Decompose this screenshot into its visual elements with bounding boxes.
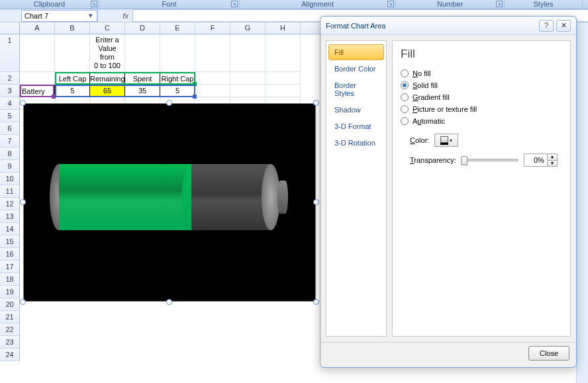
cell-F2[interactable] [195,72,230,85]
row-9[interactable]: 9 [0,160,20,173]
row-1[interactable]: 1 [0,34,20,72]
option-automatic[interactable]: Automatic [401,115,562,127]
dialog-titlebar[interactable]: Format Chart Area ? ✕ [320,17,576,35]
scrollbar-vertical[interactable] [576,22,588,383]
color-picker-button[interactable]: ▾ [434,134,458,147]
option-no-fill[interactable]: No fill [401,67,562,79]
chart-object[interactable] [23,103,316,302]
cell-G1[interactable] [230,34,266,72]
cell-A2[interactable] [20,72,55,85]
cell-E3[interactable]: 5 [160,85,195,97]
cell-D3[interactable]: 35 [125,85,160,97]
row-21[interactable]: 21 [0,311,20,323]
cell-C3[interactable]: 65 [90,85,125,97]
cell-D2[interactable]: Spent [125,72,160,85]
cell-H3[interactable] [266,85,301,97]
col-F[interactable]: F [195,22,230,34]
cell-B2[interactable]: Left Cap [55,72,90,85]
cell-C1[interactable]: Enter a Value from 0 to 100 [90,34,125,72]
row-8[interactable]: 8 [0,148,20,160]
col-B[interactable]: B [55,22,90,34]
nav-3d-rotation[interactable]: 3-D Rotation [328,135,384,151]
option-solid-fill[interactable]: Solid fill [401,79,562,91]
dialog-launcher-icon[interactable]: ↘ [91,1,97,7]
col-D[interactable]: D [125,22,160,34]
nav-border-styles[interactable]: Border Styles [328,77,384,101]
col-G[interactable]: G [230,22,266,34]
transparency-label: Transparency: [410,156,456,164]
cell-H2[interactable] [266,72,301,85]
name-box[interactable]: Chart 7 ▾ [21,10,97,22]
spin-down-icon[interactable]: ▼ [547,160,557,166]
cell-B3[interactable]: 5 [55,85,90,97]
resize-handle-sw[interactable] [20,299,26,305]
row-17[interactable]: 17 [0,261,20,273]
row-16[interactable]: 16 [0,248,20,261]
transparency-input[interactable] [524,154,547,166]
resize-handle-s[interactable] [166,299,172,305]
nav-fill[interactable]: Fill [328,44,384,60]
chevron-down-icon[interactable]: ▾ [87,11,94,20]
transparency-slider[interactable] [462,159,518,161]
dialog-launcher-icon[interactable]: ↘ [231,1,238,7]
row-14[interactable]: 14 [0,223,20,235]
row-19[interactable]: 19 [0,286,20,298]
row-4[interactable]: 4 [0,97,20,110]
col-C[interactable]: C [90,22,125,34]
row-15[interactable]: 15 [0,235,20,248]
row-headers: 1 2 3 4 5 6 7 8 9 10 11 12 13 14 15 16 1… [0,34,20,361]
resize-handle-e[interactable] [313,199,319,205]
cell-F1[interactable] [195,34,230,72]
row-23[interactable]: 23 [0,336,20,349]
row-10[interactable]: 10 [0,173,20,185]
row-2[interactable]: 2 [0,72,20,85]
col-E[interactable]: E [160,22,195,34]
row-3[interactable]: 3 [0,85,20,97]
row-11[interactable]: 11 [0,185,20,198]
cell-A3[interactable]: Battery [20,85,55,97]
nav-shadow[interactable]: Shadow [328,102,384,118]
cell-B1[interactable] [55,34,90,72]
col-H[interactable]: H [266,22,301,34]
cell-F3[interactable] [195,85,230,97]
row-18[interactable]: 18 [0,273,20,286]
cell-D1[interactable] [125,34,160,72]
help-button[interactable]: ? [539,20,554,32]
row-5[interactable]: 5 [0,110,20,122]
cell-G2[interactable] [230,72,266,85]
row-22[interactable]: 22 [0,323,20,336]
resize-handle-ne[interactable] [313,100,319,106]
dialog-launcher-icon[interactable]: ↘ [496,1,503,7]
row-12[interactable]: 12 [0,198,20,210]
col-A[interactable]: A [20,22,55,34]
nav-border-color[interactable]: Border Color [328,61,384,77]
nav-3d-format[interactable]: 3-D Format [328,118,384,134]
cell-H1[interactable] [266,34,301,72]
option-gradient-fill[interactable]: Gradient fill [401,91,562,103]
resize-handle-w[interactable] [20,199,26,205]
pane-title: Fill [401,48,562,61]
cell-E1[interactable] [160,34,195,72]
close-button[interactable]: Close [528,346,569,361]
transparency-spinner[interactable]: ▲▼ [524,153,558,167]
cell-C2[interactable]: Remaining [90,72,125,85]
select-all-corner[interactable] [0,22,20,34]
dialog-launcher-icon[interactable]: ↘ [387,1,394,7]
fx-label[interactable]: fx [98,9,132,22]
close-icon[interactable]: ✕ [556,20,571,32]
option-picture-fill[interactable]: Picture or texture fill [401,103,562,115]
cell-E2[interactable]: Right Cap [160,72,195,85]
cell-A1[interactable] [20,34,55,72]
resize-handle-se[interactable] [313,299,319,305]
resize-handle-nw[interactable] [20,100,26,106]
slider-thumb[interactable] [461,156,467,165]
row-13[interactable]: 13 [0,210,20,223]
spin-up-icon[interactable]: ▲ [547,154,557,160]
row-7[interactable]: 7 [0,135,20,148]
resize-handle-n[interactable] [166,100,172,106]
row-6[interactable]: 6 [0,122,20,135]
row-24[interactable]: 24 [0,349,20,361]
row-20[interactable]: 20 [0,298,20,311]
chart-area[interactable] [23,103,316,302]
cell-G3[interactable] [230,85,266,97]
